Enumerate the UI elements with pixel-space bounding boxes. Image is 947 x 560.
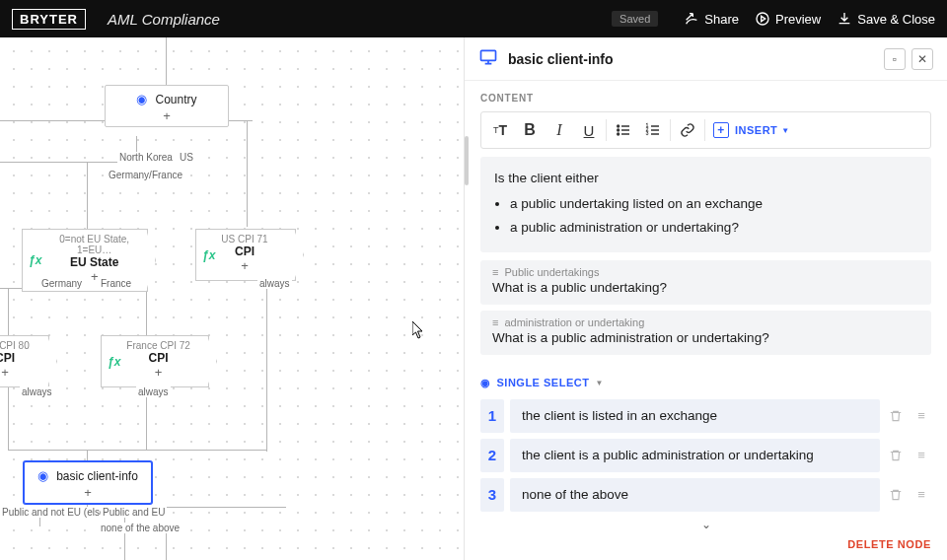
node-title: basic client-info	[56, 469, 138, 483]
node-line2: CPI	[221, 245, 267, 258]
plus-icon[interactable]: +	[221, 258, 267, 276]
node-any-cpi[interactable]: any CPI 80 CPI +	[0, 335, 49, 387]
svg-point-2	[618, 125, 619, 127]
underline-button[interactable]: U	[574, 116, 604, 144]
close-button[interactable]: ✕	[911, 48, 933, 70]
node-line1: any CPI 80	[0, 340, 42, 351]
target-icon: ◉	[136, 92, 147, 106]
edge-label: none of the above	[99, 523, 182, 533]
insert-button[interactable]: + INSERT ▼	[707, 122, 796, 138]
trash-icon[interactable]	[886, 449, 906, 462]
edge-label: always	[20, 386, 54, 397]
italic-button[interactable]: I	[545, 116, 574, 144]
target-icon: ◉	[37, 468, 48, 483]
option-number: 1	[480, 399, 504, 433]
svg-rect-1	[481, 50, 496, 60]
node-line1: 0=not EU State, 1=EU…	[47, 234, 141, 255]
paragraph-icon: ≡	[492, 316, 498, 328]
edge-label: always	[257, 278, 292, 289]
content-lead: Is the client either	[494, 169, 917, 188]
node-line1: US CPI 71	[221, 234, 267, 245]
plus-icon[interactable]: +	[25, 485, 151, 503]
disclosure-body: What is a public administration or under…	[480, 330, 931, 355]
plus-icon[interactable]: +	[106, 108, 228, 126]
svg-text:3: 3	[646, 131, 649, 136]
drag-handle-icon[interactable]: ≡	[911, 408, 931, 423]
editor-panel: basic client-info ▫ ✕ CONTENT TT B I U 1…	[464, 37, 947, 560]
project-title: AML Compliance	[108, 11, 220, 28]
plus-icon[interactable]: +	[126, 365, 189, 383]
node-country-title: Country	[155, 93, 196, 106]
panel-header: basic client-info ▫ ✕	[465, 37, 947, 81]
single-select-header[interactable]: ◉ SINGLE SELECT ▼	[480, 377, 931, 389]
fx-icon: ƒx	[29, 253, 41, 267]
section-content-label: CONTENT	[480, 93, 931, 104]
drag-handle-icon[interactable]: ≡	[911, 487, 931, 502]
node-line2: EU State	[47, 255, 141, 269]
edge-label: Public and not EU (else)	[0, 507, 110, 518]
link-button[interactable]	[673, 116, 702, 144]
disclosure-block[interactable]: ≡ Public undertakings What is a public u…	[480, 260, 931, 305]
svg-point-4	[618, 133, 619, 135]
option-row[interactable]: 3 none of the above ≡	[480, 478, 931, 512]
share-label: Share	[704, 12, 739, 27]
plus-icon[interactable]: +	[0, 365, 42, 383]
editor-toolbar: TT B I U 123 + INSERT ▼	[480, 111, 931, 149]
option-row[interactable]: 2 the client is a public administration …	[480, 439, 931, 472]
option-text[interactable]: the client is listed in an exchange	[510, 399, 880, 433]
node-country[interactable]: ◉ Country +	[105, 85, 229, 127]
edge-label: Public and EU	[101, 507, 167, 518]
download-icon	[837, 11, 852, 27]
preview-label: Preview	[775, 12, 821, 27]
node-line2: CPI	[126, 351, 189, 365]
app-header: BRYTER AML Compliance Saved Share Previe…	[0, 0, 947, 37]
node-line2: CPI	[0, 351, 42, 365]
chevron-down-icon: ▼	[595, 379, 603, 387]
share-button[interactable]: Share	[684, 11, 739, 27]
node-france-cpi[interactable]: ƒx France CPI 72 CPI +	[101, 335, 209, 387]
edge-label: always	[136, 386, 171, 397]
option-number: 3	[480, 478, 504, 512]
drag-handle-icon[interactable]: ≡	[911, 448, 931, 462]
content-bullet: a public undertaking listed on an exchan…	[510, 194, 917, 214]
logo: BRYTER	[12, 9, 86, 30]
bold-button[interactable]: B	[515, 116, 545, 144]
edge-label: Germany/France	[107, 170, 184, 180]
node-basic-client-info[interactable]: ◉ basic client-info +	[24, 461, 152, 504]
save-close-button[interactable]: Save & Close	[837, 11, 935, 27]
bullet-list-button[interactable]	[609, 116, 638, 144]
fx-icon: ƒx	[202, 248, 215, 262]
expand-chevron[interactable]: ⌄	[480, 518, 931, 531]
trash-icon[interactable]	[886, 488, 906, 502]
flow-canvas[interactable]: ◉ Country + North Korea US Germany/Franc…	[0, 37, 464, 560]
panel-splitter[interactable]	[465, 136, 469, 185]
trash-icon[interactable]	[886, 409, 906, 423]
text-size-button[interactable]: TT	[485, 116, 515, 144]
content-bullet: a public administration or undertaking?	[510, 218, 917, 238]
svg-point-0	[757, 13, 768, 25]
plus-box-icon: +	[713, 122, 729, 138]
delete-node-button[interactable]: DELETE NODE	[847, 538, 931, 550]
node-us-cpi[interactable]: ƒx US CPI 71 CPI +	[195, 229, 296, 281]
content-editor[interactable]: Is the client either a public undertakin…	[480, 157, 931, 252]
insert-label: INSERT	[735, 124, 777, 136]
ordered-list-button[interactable]: 123	[638, 116, 668, 144]
option-number: 2	[480, 439, 504, 472]
disclosure-label: Public undertakings	[504, 266, 599, 278]
disclosure-body: What is a public undertaking?	[480, 280, 931, 305]
disclosure-block[interactable]: ≡ administration or undertaking What is …	[480, 311, 931, 355]
single-select-label: SINGLE SELECT	[497, 377, 590, 388]
minimize-button[interactable]: ▫	[884, 48, 906, 70]
share-icon	[684, 11, 699, 27]
edge-label: France	[99, 278, 133, 289]
preview-button[interactable]: Preview	[755, 11, 821, 27]
save-close-label: Save & Close	[857, 12, 935, 27]
paragraph-icon: ≡	[492, 266, 498, 278]
option-text[interactable]: none of the above	[510, 478, 880, 512]
chevron-down-icon: ▼	[781, 126, 789, 135]
edge-label: Germany	[39, 278, 84, 289]
option-text[interactable]: the client is a public administration or…	[510, 439, 880, 472]
option-row[interactable]: 1 the client is listed in an exchange ≡	[480, 399, 931, 433]
svg-point-3	[618, 129, 619, 131]
edge-label: North Korea	[117, 152, 175, 163]
